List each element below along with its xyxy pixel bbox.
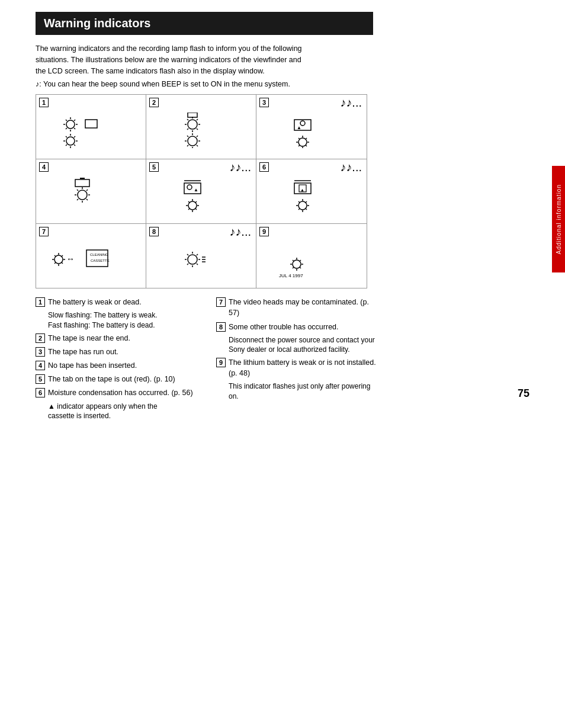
svg-text:▲: ▲	[194, 187, 198, 193]
svg-point-88	[54, 255, 63, 264]
cell-number-3: 3	[259, 98, 269, 107]
cell-number-6: 6	[259, 162, 269, 172]
desc-num-9: 9	[216, 358, 226, 367]
svg-line-71	[188, 201, 190, 203]
desc-item-6: 6 Moisture condensation has occurred. (p…	[36, 387, 198, 398]
svg-line-108	[197, 254, 198, 255]
svg-text:JUL 4 1997: JUL 4 1997	[279, 273, 303, 278]
desc-item-3: 3 The tape has run out.	[36, 347, 198, 357]
svg-line-16	[74, 145, 75, 146]
desc-sub-8: Disconnect the power source and contact …	[216, 335, 379, 355]
desc-column-right: 7 The video heads may be contaminated. (…	[216, 297, 379, 424]
svg-line-36	[197, 145, 198, 146]
cell-content-5: ▲	[151, 171, 251, 219]
cell-content-6: ▲	[261, 171, 362, 219]
svg-line-119	[300, 267, 301, 268]
cell-content-7: ↔ CLEANING CASSETTE	[41, 236, 141, 283]
cell-svg-3: ▲	[273, 113, 350, 148]
music-note-3: ♪♪...	[340, 96, 362, 110]
side-tab: Additional information	[552, 166, 565, 272]
cell-content-2	[151, 107, 251, 154]
svg-rect-28	[188, 113, 197, 117]
svg-line-47	[298, 138, 300, 139]
diagram-grid: 1	[36, 94, 367, 288]
svg-line-15	[66, 136, 67, 137]
svg-point-101	[188, 255, 197, 264]
desc-num-1: 1	[36, 297, 45, 307]
cell-number-1: 1	[39, 98, 49, 107]
svg-line-109	[187, 264, 188, 265]
cell-svg-7: ↔ CLEANING CASSETTE	[44, 240, 139, 279]
svg-rect-60	[75, 179, 89, 187]
cell-svg-2	[163, 113, 240, 148]
music-note-8: ♪♪...	[229, 225, 251, 239]
diagram-cell-6: 6 ♪♪... ▲	[256, 159, 367, 223]
diagram-cell-4: 4	[36, 159, 146, 223]
svg-line-25	[197, 129, 198, 130]
svg-line-24	[187, 119, 188, 120]
cell-content-3: ▲	[261, 107, 362, 154]
diagram-cell-3: 3 ♪♪... ▲	[256, 95, 367, 159]
svg-text:CLEANING: CLEANING	[90, 253, 108, 256]
svg-line-26	[197, 119, 198, 120]
svg-line-27	[187, 129, 188, 130]
svg-point-0	[66, 120, 75, 129]
desc-sub-1: Slow flashing: The battery is weak.Fast …	[36, 310, 198, 331]
desc-num-4: 4	[36, 361, 45, 370]
desc-text-6: Moisture condensation has occurred. (p. …	[48, 387, 198, 398]
svg-line-18	[66, 145, 67, 146]
desc-text-5: The tab on the tape is out (red). (p. 10…	[48, 374, 198, 384]
cell-svg-1	[53, 113, 130, 148]
desc-text-7: The video heads may be contaminated. (p.…	[229, 297, 379, 318]
svg-line-74	[188, 209, 190, 210]
svg-line-37	[197, 136, 198, 137]
svg-line-86	[306, 201, 307, 203]
svg-point-42	[298, 138, 307, 146]
page-title: Warning indicators	[36, 12, 373, 35]
svg-line-120	[300, 260, 301, 261]
cell-svg-8	[163, 242, 240, 277]
svg-line-38	[187, 145, 188, 146]
svg-point-66	[188, 201, 197, 210]
svg-line-94	[62, 262, 63, 264]
diagram-row-3: 7	[36, 224, 367, 288]
desc-num-5: 5	[36, 374, 45, 384]
beep-note: ♪: You can hear the beep sound when BEEP…	[36, 80, 529, 88]
svg-point-19	[188, 120, 197, 129]
svg-line-50	[298, 145, 300, 146]
svg-line-106	[187, 254, 188, 255]
svg-point-51	[78, 190, 87, 200]
svg-text:▲: ▲	[297, 125, 301, 130]
svg-line-56	[77, 190, 78, 191]
cell-number-4: 4	[39, 162, 49, 172]
svg-text:↔: ↔	[66, 254, 75, 264]
svg-line-93	[54, 255, 56, 256]
desc-sub-6: ▲ indicator appears only when thecassett…	[36, 402, 198, 422]
diagram-cell-9: 9	[256, 224, 367, 288]
cell-svg-6: ▲	[273, 177, 350, 213]
svg-line-8	[66, 128, 67, 129]
diagram-row-1: 1	[36, 95, 367, 159]
desc-item-8: 8 Some other trouble has occurred.	[216, 322, 379, 332]
desc-text-1: The battery is weak or dead.	[48, 297, 198, 307]
cell-number-8: 8	[149, 227, 159, 236]
cell-content-1	[41, 107, 141, 154]
cell-svg-5: ▲	[163, 177, 240, 213]
svg-line-7	[74, 120, 75, 121]
svg-line-35	[187, 136, 188, 137]
music-note-5: ♪♪...	[229, 161, 251, 174]
descriptions-section: 1 The battery is weak or dead. Slow flas…	[36, 297, 379, 424]
svg-line-57	[86, 199, 88, 200]
music-note-6: ♪♪...	[340, 161, 362, 174]
desc-item-2: 2 The tape is near the end.	[36, 333, 198, 344]
cell-content-8	[151, 236, 251, 283]
svg-point-30	[188, 136, 197, 146]
svg-line-87	[298, 209, 300, 210]
cell-content-4	[41, 171, 141, 219]
svg-point-10	[66, 137, 75, 145]
desc-text-4: No tape has been inserted.	[48, 360, 198, 371]
svg-line-58	[86, 190, 88, 191]
svg-line-17	[74, 136, 75, 137]
svg-line-84	[298, 201, 300, 203]
svg-line-95	[62, 255, 63, 256]
